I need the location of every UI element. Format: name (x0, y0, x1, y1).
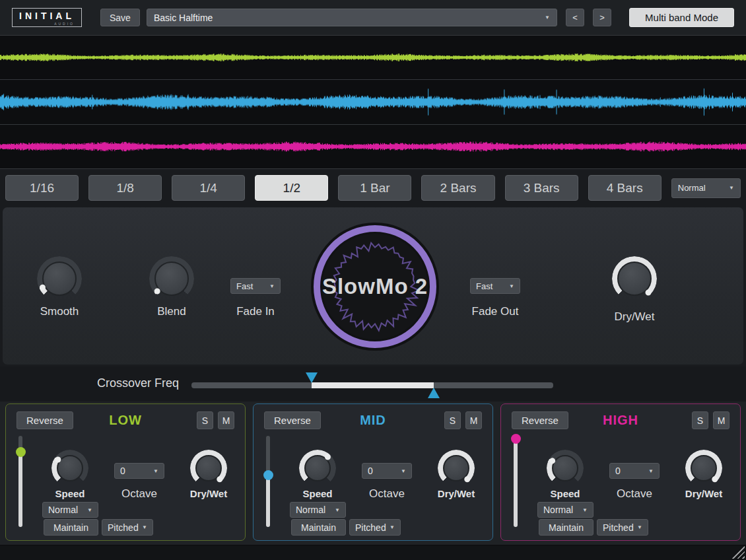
chevron-down-icon: ▼ (390, 524, 395, 530)
pitch-mode-select[interactable]: Pitched ▼ (102, 519, 153, 536)
rate-button-1-2[interactable]: 1/2 (255, 175, 328, 201)
speed-label: Speed (55, 488, 85, 499)
waveform-mid-band (0, 80, 746, 124)
band-level-slider-handle[interactable] (16, 447, 26, 457)
solo-button[interactable]: S (444, 411, 461, 429)
octave-value: 0 (120, 466, 125, 476)
rate-button-1-4[interactable]: 1/4 (172, 175, 245, 201)
crossover-section: Crossover Freq (0, 367, 746, 402)
fade-out-label: Fade Out (472, 305, 519, 318)
band-level-slider-handle[interactable] (263, 470, 273, 480)
band-level-slider[interactable] (266, 436, 270, 527)
band-panel-high: Reverse HIGH S M Speed 0 ▼ Octave Dry/We… (500, 403, 741, 541)
logo-subtitle: AUDIO (19, 22, 75, 26)
chevron-down-icon: ▼ (401, 468, 406, 474)
save-button[interactable]: Save (100, 9, 140, 26)
preset-select-value: Basic Halftime (154, 13, 213, 23)
pitch-mode-select[interactable]: Pitched ▼ (597, 519, 648, 536)
band-dry-wet-knob[interactable] (438, 450, 475, 487)
fade-in-select[interactable]: Fast ▼ (230, 278, 281, 294)
speed-knob[interactable] (547, 450, 584, 487)
mute-button[interactable]: M (465, 411, 482, 429)
waveform-display (0, 35, 746, 169)
band-dry-wet-label: Dry/Wet (685, 488, 722, 499)
band-level-slider[interactable] (514, 436, 518, 527)
initial-audio-logo: INITIAL AUDIO (12, 8, 82, 27)
band-panels-row: Reverse LOW S M Speed 0 ▼ Octave Dry/Wet… (0, 402, 746, 545)
pitch-mode-value: Pitched (603, 522, 634, 533)
octave-label: Octave (369, 487, 405, 501)
preset-select[interactable]: Basic Halftime ▼ (147, 9, 557, 26)
rate-mode-select[interactable]: Normal ▼ (671, 178, 741, 198)
rate-button-row: 1/16 1/8 1/4 1/2 1 Bar 2 Bars 3 Bars 4 B… (0, 170, 746, 206)
waveform-high-band (0, 125, 746, 168)
rate-button-4-bars[interactable]: 4 Bars (588, 175, 661, 201)
solo-button[interactable]: S (197, 411, 213, 429)
chevron-down-icon: ▼ (648, 468, 654, 474)
band-dry-wet-knob[interactable] (190, 450, 227, 487)
chevron-down-icon: ▼ (335, 507, 340, 513)
preset-next-button[interactable]: > (593, 9, 611, 26)
chevron-down-icon: ▼ (142, 524, 147, 530)
speed-mode-select[interactable]: Normal ▼ (42, 502, 98, 518)
maintain-button[interactable]: Maintain (539, 519, 593, 536)
blend-label: Blend (157, 305, 186, 318)
crossover-freq-label: Crossover Freq (97, 376, 179, 390)
fade-out-select[interactable]: Fast ▼ (470, 278, 520, 294)
octave-label: Octave (121, 487, 157, 501)
preset-prev-button[interactable]: < (566, 9, 584, 26)
band-level-slider-handle[interactable] (511, 434, 521, 444)
speed-mode-value: Normal (543, 505, 573, 515)
solo-button[interactable]: S (692, 411, 708, 429)
dry-wet-knob[interactable] (612, 256, 657, 301)
top-bar: INITIAL AUDIO Save Basic Halftime ▼ < > … (0, 0, 746, 35)
smooth-knob[interactable] (37, 256, 82, 301)
crossover-high-handle[interactable] (428, 388, 440, 398)
main-controls-section: Smooth Blend Fast ▼ Fade In SlowMo 2 Fas… (0, 206, 746, 367)
rate-button-1-bar[interactable]: 1 Bar (338, 175, 411, 201)
fade-out-value: Fast (476, 281, 492, 291)
crossover-slider[interactable] (191, 382, 553, 388)
chevron-down-icon: ▼ (153, 468, 158, 474)
slowmo2-plugin-window: INITIAL AUDIO Save Basic Halftime ▼ < > … (0, 0, 746, 560)
main-panel: Smooth Blend Fast ▼ Fade In SlowMo 2 Fas… (3, 207, 743, 365)
rate-button-2-bars[interactable]: 2 Bars (421, 175, 494, 201)
speed-mode-value: Normal (48, 505, 78, 515)
octave-select[interactable]: 0 ▼ (362, 463, 412, 479)
chevron-down-icon: ▼ (87, 507, 92, 513)
multi-band-mode-button[interactable]: Multi band Mode (629, 8, 734, 27)
crossover-low-handle[interactable] (306, 372, 318, 383)
octave-select[interactable]: 0 ▼ (114, 463, 164, 479)
band-panel-low: Reverse LOW S M Speed 0 ▼ Octave Dry/Wet… (5, 403, 246, 541)
speed-label: Speed (550, 488, 580, 499)
rate-button-1-16[interactable]: 1/16 (5, 175, 79, 201)
speed-mode-select[interactable]: Normal ▼ (290, 502, 346, 518)
chevron-down-icon: ▼ (637, 524, 642, 530)
band-level-slider[interactable] (18, 436, 22, 527)
smooth-label: Smooth (40, 305, 79, 318)
crossover-range-fill (312, 382, 434, 388)
rate-button-1-8[interactable]: 1/8 (88, 175, 162, 201)
blend-knob[interactable] (149, 256, 194, 301)
chevron-down-icon: ▼ (729, 185, 734, 191)
pitch-mode-select[interactable]: Pitched ▼ (349, 519, 401, 536)
speed-knob[interactable] (299, 450, 336, 487)
maintain-button[interactable]: Maintain (44, 519, 98, 536)
band-dry-wet-knob[interactable] (685, 450, 722, 487)
speed-mode-select[interactable]: Normal ▼ (537, 502, 593, 518)
rate-button-3-bars[interactable]: 3 Bars (505, 175, 578, 201)
fade-in-label: Fade In (236, 305, 275, 318)
speed-knob[interactable] (51, 450, 88, 487)
slowmo2-logo-text: SlowMo 2 (322, 274, 428, 299)
resize-grip-icon[interactable] (729, 543, 745, 559)
mute-button[interactable]: M (218, 411, 234, 429)
band-dry-wet-label: Dry/Wet (190, 488, 227, 499)
maintain-button[interactable]: Maintain (291, 519, 346, 536)
rate-mode-value: Normal (678, 183, 706, 193)
chevron-down-icon: ▼ (582, 507, 588, 513)
mute-button[interactable]: M (713, 411, 729, 429)
waveform-low-band (0, 36, 746, 80)
dry-wet-label: Dry/Wet (614, 310, 654, 324)
octave-value: 0 (368, 466, 373, 476)
octave-select[interactable]: 0 ▼ (609, 463, 660, 479)
